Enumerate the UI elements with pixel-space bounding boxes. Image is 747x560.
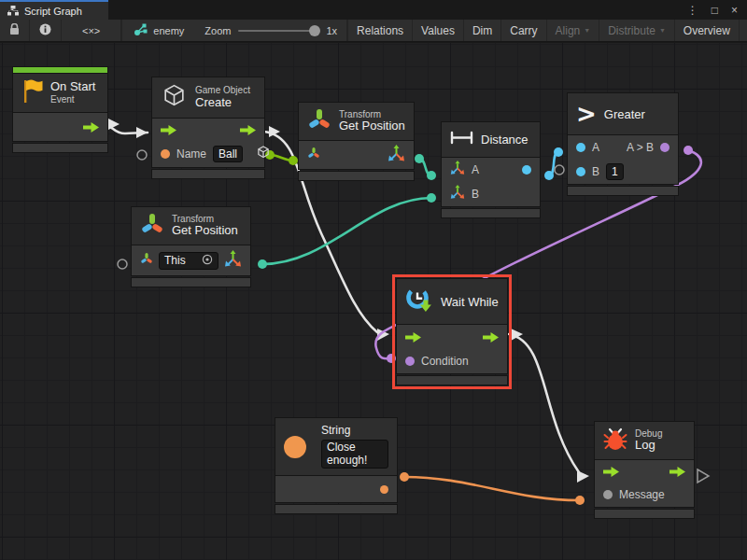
flow-in-port[interactable]: [603, 467, 619, 477]
node-debug-log[interactable]: Debug Log Message: [595, 422, 694, 518]
name-value-port[interactable]: [161, 149, 170, 159]
message-port[interactable]: [603, 490, 613, 499]
b-value-field[interactable]: 1: [606, 163, 624, 180]
unconnected-port-indicator: [137, 150, 147, 160]
node-title: Distance: [481, 133, 529, 147]
node-title: Wait While: [441, 295, 499, 309]
event-color-bar: [13, 67, 107, 73]
node-title: Greater: [604, 107, 645, 121]
node-get-position-2[interactable]: Transform Get Position This: [132, 207, 250, 287]
script-graph-window: Script Graph ⋮ □ × <×> enemy: [0, 0, 747, 560]
bug-icon: [603, 427, 627, 455]
wire-string-to-message[interactable]: [404, 477, 580, 500]
name-field[interactable]: Ball: [213, 146, 243, 162]
flow-out-port[interactable]: [83, 122, 99, 133]
target-field[interactable]: This: [159, 252, 218, 270]
port-label: A: [592, 141, 599, 154]
distance-out-port[interactable]: [522, 165, 531, 175]
transform-in-port[interactable]: [307, 147, 320, 163]
wire-getposition2-to-distance-b[interactable]: [262, 198, 431, 264]
node-wait-while[interactable]: Wait While Condition: [397, 279, 507, 385]
port-label: Name: [176, 147, 206, 161]
port-label: A: [472, 163, 479, 176]
vector-out-port[interactable]: [388, 145, 405, 166]
greater-a-port[interactable]: [576, 143, 585, 152]
node-footer: [275, 505, 397, 513]
distance-icon: [450, 131, 473, 148]
vector-a-port[interactable]: [450, 161, 465, 179]
node-string[interactable]: String Close enough!: [275, 418, 397, 513]
cube-icon: [161, 82, 188, 113]
flow-arrowhead: [136, 127, 148, 138]
flow-arrowhead: [577, 470, 589, 483]
node-footer: [568, 187, 678, 195]
string-value-field[interactable]: Close enough!: [321, 440, 388, 469]
node-subtitle: Event: [50, 94, 95, 105]
greater-b-port[interactable]: [576, 167, 585, 176]
port-label: Condition: [421, 355, 469, 368]
port-label: B: [592, 165, 599, 178]
node-on-start[interactable]: On Start Event: [13, 67, 107, 152]
flow-out-port[interactable]: [483, 332, 499, 343]
node-get-position-1[interactable]: Transform Get Position: [299, 103, 414, 180]
wait-clock-icon: [405, 286, 433, 317]
output-label: A > B: [627, 141, 654, 154]
node-title: On Start: [50, 80, 95, 94]
node-footer: [13, 144, 107, 152]
unconnected-flow-indicator: [698, 469, 709, 483]
node-footer: [595, 510, 694, 518]
greater-out-port[interactable]: [660, 143, 669, 152]
greater-icon: >: [576, 100, 597, 128]
flow-in-port[interactable]: [161, 125, 176, 135]
node-footer: [299, 172, 414, 180]
condition-port[interactable]: [405, 357, 415, 366]
node-greater[interactable]: > Greater A A > B B 1: [568, 93, 678, 195]
port-label: Message: [619, 488, 665, 501]
unconnected-port-indicator: [118, 259, 127, 269]
node-footer: [442, 209, 540, 217]
flow-out-port[interactable]: [669, 467, 685, 477]
flow-in-port[interactable]: [405, 332, 421, 343]
node-title: Get Position: [339, 119, 405, 133]
flag-icon: [21, 78, 43, 107]
vector-out-port[interactable]: [224, 250, 242, 272]
wire-waitwhile-to-log[interactable]: [509, 334, 579, 472]
game-object-out-port[interactable]: [256, 145, 271, 163]
node-title: Log: [635, 439, 662, 453]
node-title: Create: [195, 96, 250, 110]
string-out-port[interactable]: [380, 485, 388, 494]
node-footer: [397, 376, 507, 385]
node-game-object-create[interactable]: Game Object Create Name Ball: [152, 77, 264, 178]
node-distance[interactable]: Distance A B: [442, 122, 540, 217]
port-label: B: [472, 188, 479, 201]
node-footer: [132, 278, 250, 287]
node-title: Get Position: [172, 224, 238, 238]
vector-b-port[interactable]: [450, 185, 465, 203]
transform-icon: [140, 212, 164, 240]
node-title: String: [321, 425, 388, 438]
node-footer: [152, 170, 264, 178]
transform-in-port[interactable]: [140, 252, 153, 269]
object-picker-icon[interactable]: [202, 254, 213, 268]
transform-icon: [307, 107, 331, 135]
unconnected-port-indicator: [555, 165, 564, 175]
flow-out-port[interactable]: [240, 125, 256, 135]
